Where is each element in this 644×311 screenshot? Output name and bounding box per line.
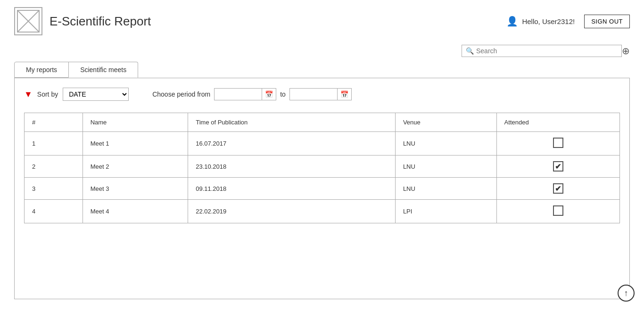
checkbox-empty-icon[interactable] (553, 138, 563, 148)
cell-time: 16.07.2017 (188, 132, 396, 156)
date-to-input[interactable] (290, 89, 337, 100)
calendar-to-icon: 📅 (340, 90, 348, 98)
sign-out-button[interactable]: SIGN OUT (584, 15, 630, 28)
period-label: Choose period from (152, 90, 210, 98)
cell-name: Meet 2 (83, 156, 188, 178)
checkbox-checked-icon[interactable]: ✔ (553, 183, 563, 194)
table-row: 2Meet 223.10.2018LNU✔ (25, 156, 620, 178)
sort-select[interactable]: DATE NAME VENUE (63, 88, 129, 101)
table-header-row: # Name Time of Publication Venue Attende… (25, 113, 620, 132)
cell-attended[interactable]: ✔ (496, 156, 619, 178)
table-row: 3Meet 309.11.2018LNU✔ (25, 178, 620, 200)
sort-label: Sort by (37, 90, 58, 98)
user-icon: 👤 (506, 16, 518, 27)
to-label: to (280, 90, 286, 98)
tab-my-reports[interactable]: My reports (14, 62, 69, 78)
logo-box (14, 7, 42, 35)
filter-icon: ▼ (24, 90, 33, 99)
cell-venue: LNU (395, 132, 496, 156)
col-attended: Attended (496, 113, 619, 132)
cell-num: 4 (25, 200, 83, 223)
meets-table: # Name Time of Publication Venue Attende… (24, 113, 620, 223)
cell-num: 2 (25, 156, 83, 178)
col-time: Time of Publication (188, 113, 396, 132)
tab-scientific-meets[interactable]: Scientific meets (68, 62, 138, 78)
search-input[interactable] (476, 47, 618, 55)
date-from-input[interactable] (215, 89, 262, 100)
cell-venue: LPI (395, 200, 496, 223)
logo-icon (17, 9, 40, 33)
user-greeting: Hello, User2312! (522, 17, 575, 25)
cell-attended[interactable] (496, 200, 619, 223)
header: E-Scientific Report 👤 Hello, User2312! S… (0, 0, 644, 42)
add-icon: ⊕ (622, 45, 630, 57)
cell-time: 22.02.2019 (188, 200, 396, 223)
cell-name: Meet 1 (83, 132, 188, 156)
calendar-from-button[interactable]: 📅 (262, 89, 276, 100)
header-right: 👤 Hello, User2312! SIGN OUT (506, 15, 630, 28)
calendar-to-button[interactable]: 📅 (337, 89, 351, 100)
col-venue: Venue (395, 113, 496, 132)
cell-name: Meet 4 (83, 200, 188, 223)
search-add-button[interactable]: ⊕ (622, 45, 630, 57)
app-title: E-Scientific Report (50, 14, 151, 29)
cell-name: Meet 3 (83, 178, 188, 200)
cell-num: 3 (25, 178, 83, 200)
main-content: ▼ Sort by DATE NAME VENUE Choose period … (14, 78, 630, 299)
tabs-area: My reports Scientific meets (0, 62, 644, 78)
user-info: 👤 Hello, User2312! (506, 16, 575, 27)
period-section: Choose period from 📅 to 📅 (152, 88, 352, 100)
calendar-from-icon: 📅 (265, 90, 273, 98)
cell-num: 1 (25, 132, 83, 156)
cell-attended[interactable] (496, 132, 619, 156)
date-from-group: 📅 (214, 88, 276, 100)
search-row: 🔍 ⊕ (0, 42, 644, 57)
date-to-group: 📅 (289, 88, 352, 100)
search-icon: 🔍 (466, 47, 474, 55)
cell-venue: LNU (395, 178, 496, 200)
scroll-top-button[interactable]: ↑ (618, 285, 635, 302)
search-container: 🔍 (462, 45, 622, 57)
table-row: 1Meet 116.07.2017LNU (25, 132, 620, 156)
cell-attended[interactable]: ✔ (496, 178, 619, 200)
logo-area: E-Scientific Report (14, 7, 151, 35)
cell-time: 23.10.2018 (188, 156, 396, 178)
table-row: 4Meet 422.02.2019LPI (25, 200, 620, 223)
filter-bar: ▼ Sort by DATE NAME VENUE Choose period … (24, 88, 620, 101)
col-num: # (25, 113, 83, 132)
col-name: Name (83, 113, 188, 132)
checkbox-empty-icon[interactable] (553, 205, 563, 216)
cell-venue: LNU (395, 156, 496, 178)
sort-section: ▼ Sort by DATE NAME VENUE (24, 88, 129, 101)
cell-time: 09.11.2018 (188, 178, 396, 200)
checkbox-checked-icon[interactable]: ✔ (553, 161, 563, 172)
scroll-top-icon: ↑ (624, 288, 628, 298)
